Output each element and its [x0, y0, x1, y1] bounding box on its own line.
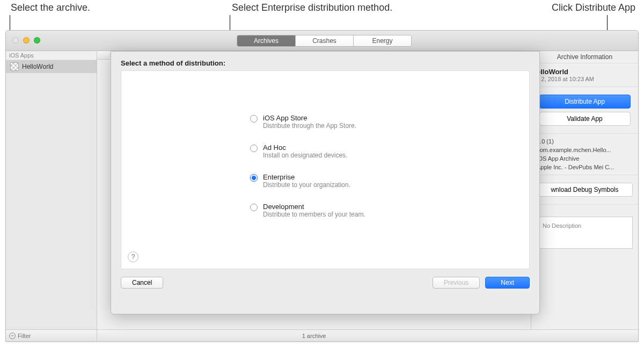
description-section-label: n [531, 205, 638, 213]
previous-button[interactable]: Previous [433, 277, 480, 289]
sidebar-item-label: HelloWorld [22, 63, 53, 70]
organizer-window: Archives Crashes Energy iOS Apps HelloWo… [5, 30, 639, 342]
validate-app-button[interactable]: Validate App [539, 112, 631, 126]
radio-icon [250, 115, 258, 123]
archive-date: y 2, 2018 at 10:23 AM [537, 76, 633, 82]
option-title: Development [263, 203, 365, 211]
tab-segmented-control: Archives Crashes Energy [237, 35, 412, 47]
cancel-button[interactable]: Cancel [121, 277, 163, 289]
callout-left: Select the archive. [11, 2, 90, 13]
radio-icon [250, 204, 258, 211]
distribution-sheet: Select a method of distribution: iOS App… [111, 51, 540, 314]
close-icon[interactable] [12, 37, 19, 44]
option-development[interactable]: Development Distribute to members of you… [250, 203, 465, 218]
traffic-lights [12, 37, 40, 44]
window-titlebar: Archives Crashes Energy [6, 31, 638, 51]
description-box[interactable]: No Description [537, 217, 633, 249]
minimize-icon[interactable] [23, 37, 30, 44]
option-desc: Install on designated devices. [263, 152, 347, 159]
radio-icon [250, 174, 258, 182]
archive-count: 1 archive [97, 333, 531, 339]
option-title: Enterprise [263, 173, 350, 181]
app-placeholder-icon [10, 62, 19, 71]
help-icon[interactable]: ? [128, 251, 138, 262]
callout-middle: Select Enterprise distribution method. [232, 2, 392, 13]
option-desc: Distribute to members of your team. [263, 211, 365, 218]
detail-identifier: com.example.mchen.Hello... [531, 146, 638, 154]
option-desc: Distribute through the App Store. [263, 122, 356, 130]
option-title: iOS App Store [263, 114, 356, 122]
tab-archives[interactable]: Archives [237, 35, 295, 46]
tab-energy[interactable]: Energy [353, 35, 411, 46]
filter-icon [9, 333, 16, 339]
sidebar-right: Archive Information elloWorld y 2, 2018 … [531, 51, 638, 329]
callouts-row: Select the archive. Select Enterprise di… [0, 2, 644, 15]
tab-crashes[interactable]: Crashes [295, 35, 353, 46]
filter-wrap [6, 330, 97, 341]
sheet-buttons: Cancel Previous Next [111, 269, 539, 289]
archive-title: elloWorld [537, 68, 633, 76]
detail-type: iOS App Archive [531, 154, 638, 163]
option-ad-hoc[interactable]: Ad Hoc Install on designated devices. [250, 143, 465, 159]
maximize-icon[interactable] [34, 37, 40, 44]
download-debug-symbols-button[interactable]: wnload Debug Symbols [537, 183, 633, 197]
detail-team: Apple Inc. - DevPubs Mei C... [531, 163, 638, 171]
detail-version: 1.0 (1) [531, 137, 638, 146]
next-button[interactable]: Next [485, 277, 530, 289]
sidebar-left: iOS Apps HelloWorld [6, 51, 97, 329]
option-desc: Distribute to your organization. [263, 181, 350, 189]
option-title: Ad Hoc [263, 143, 347, 152]
option-enterprise[interactable]: Enterprise Distribute to your organizati… [250, 173, 465, 189]
option-ios-app-store[interactable]: iOS App Store Distribute through the App… [250, 114, 465, 130]
right-panel-header: Archive Information [531, 51, 638, 63]
window-footer: 1 archive [6, 329, 638, 341]
sheet-title: Select a method of distribution: [111, 52, 539, 70]
sidebar-section-header: iOS Apps [6, 51, 97, 60]
radio-icon [250, 145, 258, 152]
callout-right: Click Distribute App [552, 2, 635, 13]
filter-input[interactable] [18, 333, 82, 339]
distribution-options: iOS App Store Distribute through the App… [250, 114, 465, 232]
sheet-body: iOS App Store Distribute through the App… [121, 70, 530, 269]
sidebar-item-helloworld[interactable]: HelloWorld [6, 60, 97, 73]
distribute-app-button[interactable]: Distribute App [539, 95, 631, 109]
